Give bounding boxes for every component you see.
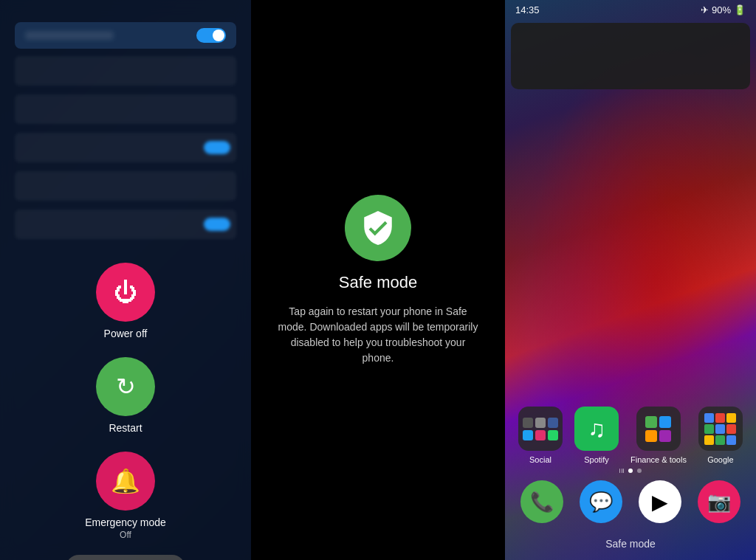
social-label: Social bbox=[529, 455, 551, 464]
emergency-sublabel: Off bbox=[120, 530, 131, 540]
dot-active bbox=[628, 469, 633, 473]
finance-icon-box bbox=[636, 407, 681, 451]
spotify-label: Spotify bbox=[584, 455, 609, 464]
app-icons-row: Social ♫ Spotify Finance & tools bbox=[505, 407, 756, 464]
settings-header bbox=[0, 15, 251, 56]
google-label: Google bbox=[707, 455, 733, 464]
social-app-icon[interactable]: Social bbox=[518, 407, 563, 464]
blurred-row-5 bbox=[15, 210, 236, 239]
emergency-icon: 🔔 bbox=[96, 452, 155, 511]
emergency-label: Emergency mode bbox=[85, 516, 166, 528]
shield-check-icon bbox=[360, 210, 396, 246]
power-menu-buttons: ⏻ Power off ↻ Restart 🔔 Emergency mode O… bbox=[85, 263, 166, 540]
dot-inactive bbox=[637, 469, 642, 473]
blurred-row-1 bbox=[15, 56, 236, 86]
safe-mode-title: Safe mode bbox=[339, 273, 417, 292]
power-menu-panel: ⏻ Power off ↻ Restart 🔔 Emergency mode O… bbox=[0, 0, 251, 560]
small-toggle-2[interactable] bbox=[204, 218, 230, 231]
social-grid bbox=[517, 412, 564, 446]
page-dots bbox=[505, 469, 756, 473]
status-icons: ✈ 90% 🔋 bbox=[701, 4, 746, 15]
settings-toggle[interactable] bbox=[196, 28, 226, 43]
notification-bar bbox=[511, 23, 750, 89]
social-icon-box bbox=[518, 407, 563, 451]
small-toggle-1[interactable] bbox=[204, 141, 230, 154]
camera-dock-icon[interactable]: 📷 bbox=[698, 480, 740, 523]
blurred-row-4 bbox=[15, 171, 236, 201]
power-off-icon: ⏻ bbox=[96, 263, 155, 322]
finance-grid bbox=[639, 410, 677, 448]
restart-icon: ↻ bbox=[96, 357, 155, 416]
finance-tools-label: Finance & tools bbox=[630, 455, 687, 464]
spotify-icon-box: ♫ bbox=[574, 407, 619, 451]
clock: 14:35 bbox=[515, 4, 540, 15]
blurred-settings-rows bbox=[0, 56, 251, 248]
google-grid bbox=[700, 409, 740, 449]
safe-mode-icon bbox=[345, 195, 411, 261]
phone-home-screen: 14:35 ✈ 90% 🔋 Social bbox=[505, 0, 756, 560]
battery-icon: 🔋 bbox=[734, 4, 746, 15]
power-off-label: Power off bbox=[104, 328, 148, 339]
safe-mode-description: Tap again to restart your phone in Safe … bbox=[275, 304, 481, 366]
messages-dock-icon[interactable]: 💬 bbox=[580, 480, 622, 523]
blurred-row-2 bbox=[15, 94, 236, 124]
battery-percentage: 90% bbox=[712, 4, 731, 15]
settings-title bbox=[25, 31, 114, 40]
dock-row: 📞 💬 ▶ 📷 bbox=[505, 480, 756, 523]
finance-tools-app-icon[interactable]: Finance & tools bbox=[630, 407, 687, 464]
phone-dock-icon[interactable]: 📞 bbox=[520, 480, 563, 523]
status-bar: 14:35 ✈ 90% 🔋 bbox=[505, 0, 756, 20]
safe-mode-panel: Safe mode Tap again to restart your phon… bbox=[251, 0, 505, 560]
play-store-dock-icon[interactable]: ▶ bbox=[639, 480, 681, 523]
google-app-icon[interactable]: Google bbox=[698, 407, 743, 464]
restart-button[interactable]: ↻ Restart bbox=[96, 357, 155, 434]
emergency-mode-button[interactable]: 🔔 Emergency mode Off bbox=[85, 452, 166, 540]
dot-lines bbox=[619, 469, 624, 473]
spotify-app-icon[interactable]: ♫ Spotify bbox=[574, 407, 619, 464]
side-key-settings-button[interactable]: Side key settings bbox=[66, 555, 185, 560]
restart-label: Restart bbox=[109, 422, 142, 434]
airplane-icon: ✈ bbox=[701, 4, 709, 15]
google-icon-box bbox=[698, 407, 743, 451]
power-off-button[interactable]: ⏻ Power off bbox=[96, 263, 155, 339]
blurred-row-3 bbox=[15, 133, 236, 162]
safe-mode-bottom-label: Safe mode bbox=[505, 538, 756, 550]
